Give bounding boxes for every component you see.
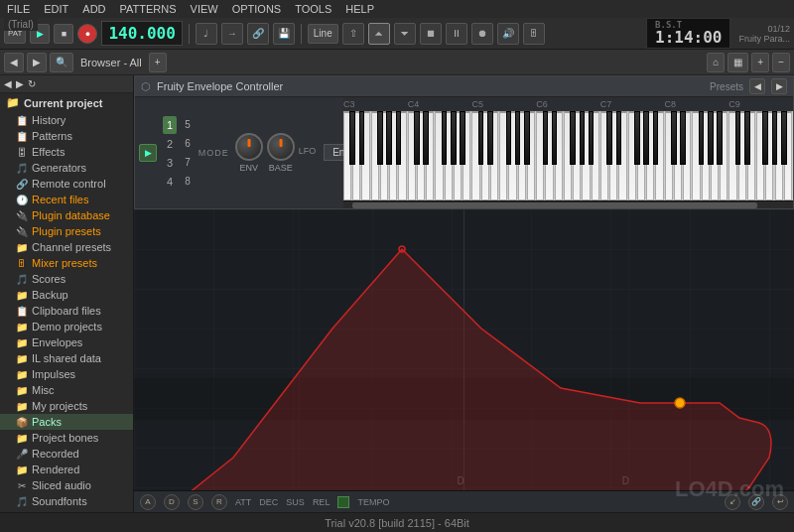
- black-key[interactable]: [699, 111, 705, 165]
- sidebar-section-current-project[interactable]: 📁 Current project: [0, 93, 133, 112]
- play-env-button[interactable]: ▶: [139, 144, 157, 162]
- bottom-icon-1[interactable]: ↙: [725, 494, 740, 510]
- sidebar-item-soundfonts[interactable]: 🎵 Soundfonts: [0, 493, 133, 509]
- sidebar-item-channel-presets[interactable]: 📁 Channel presets: [0, 239, 133, 255]
- black-key[interactable]: [735, 111, 741, 165]
- toolbar-icon-10[interactable]: ⏺: [471, 23, 493, 45]
- envelope-editor[interactable]: D D: [134, 209, 794, 490]
- black-key[interactable]: [359, 111, 365, 165]
- sidebar-fwd[interactable]: ▶: [16, 78, 24, 89]
- black-key[interactable]: [744, 111, 750, 165]
- black-key[interactable]: [781, 111, 787, 165]
- sidebar-item-sliced-audio[interactable]: ✂ Sliced audio: [0, 477, 133, 493]
- black-key[interactable]: [580, 111, 586, 165]
- black-key[interactable]: [634, 111, 640, 165]
- black-key[interactable]: [680, 111, 686, 165]
- menu-options[interactable]: OPTIONS: [229, 3, 285, 15]
- sidebar-item-mixer-presets[interactable]: 🎚 Mixer presets: [0, 255, 133, 271]
- menu-view[interactable]: VIEW: [188, 3, 221, 15]
- menu-file[interactable]: FILE: [4, 3, 33, 15]
- menu-patterns[interactable]: PATTERNS: [117, 3, 180, 15]
- sidebar-item-packs[interactable]: 📦 Packs: [0, 414, 133, 430]
- black-key[interactable]: [616, 111, 622, 165]
- black-key[interactable]: [478, 111, 484, 165]
- black-key[interactable]: [506, 111, 512, 165]
- toolbar-icon-3[interactable]: 🔗: [247, 23, 269, 45]
- step-2[interactable]: 2: [163, 135, 177, 153]
- sidebar-item-plugin-presets[interactable]: 🔌 Plugin presets: [0, 223, 133, 239]
- toolbar-icon-7[interactable]: ⏷: [394, 23, 416, 45]
- black-key[interactable]: [460, 111, 465, 165]
- dec-btn[interactable]: D: [164, 494, 180, 510]
- sidebar-item-misc[interactable]: 📁 Misc: [0, 382, 133, 398]
- menu-add[interactable]: ADD: [79, 3, 108, 15]
- grid-btn[interactable]: ▦: [728, 53, 748, 72]
- black-key[interactable]: [589, 111, 595, 165]
- browser-add-btn[interactable]: +: [149, 53, 167, 72]
- black-key[interactable]: [717, 111, 723, 165]
- zoom-in[interactable]: +: [751, 53, 769, 72]
- sidebar-item-effects[interactable]: 🎛 Effects: [0, 144, 133, 160]
- sidebar-item-remote-control[interactable]: 🔗 Remote control: [0, 176, 133, 192]
- nav-fwd[interactable]: ▶: [27, 53, 47, 72]
- bottom-icon-2[interactable]: 🔗: [748, 494, 764, 510]
- menu-tools[interactable]: TOOLS: [292, 3, 334, 15]
- sidebar-item-history[interactable]: 📋 History: [0, 112, 133, 128]
- sidebar-item-patterns[interactable]: 📋 Patterns: [0, 128, 133, 144]
- att-btn[interactable]: A: [140, 494, 156, 510]
- black-key[interactable]: [643, 111, 649, 165]
- sidebar-item-rendered[interactable]: 📁 Rendered: [0, 462, 133, 477]
- sidebar-back[interactable]: ◀: [4, 78, 12, 89]
- sidebar-item-envelopes[interactable]: 📁 Envelopes: [0, 334, 133, 350]
- black-key[interactable]: [487, 111, 493, 165]
- step-4[interactable]: 4: [163, 173, 177, 191]
- bpm-display[interactable]: 140.000: [101, 21, 182, 46]
- black-key[interactable]: [386, 111, 392, 165]
- sidebar-item-speech[interactable]: 🔊 Speech: [0, 509, 133, 512]
- black-key[interactable]: [606, 111, 612, 165]
- black-key[interactable]: [524, 111, 530, 165]
- rel-btn[interactable]: R: [211, 494, 227, 510]
- presets-next[interactable]: ▶: [771, 78, 787, 94]
- toolbar-icon-5[interactable]: ⇧: [342, 23, 364, 45]
- sidebar-item-recent-files[interactable]: 🕐 Recent files: [0, 192, 133, 207]
- black-key[interactable]: [442, 111, 448, 165]
- black-key[interactable]: [451, 111, 457, 165]
- presets-prev[interactable]: ◀: [749, 78, 765, 94]
- black-key[interactable]: [423, 111, 429, 165]
- black-key[interactable]: [570, 111, 576, 165]
- toolbar-icon-4[interactable]: 💾: [273, 23, 295, 45]
- black-key[interactable]: [543, 111, 549, 165]
- sidebar-item-scores[interactable]: 🎵 Scores: [0, 271, 133, 287]
- bottom-icon-3[interactable]: ↩: [772, 494, 788, 510]
- sidebar-item-clipboard[interactable]: 📋 Clipboard files: [0, 303, 133, 319]
- sus-btn[interactable]: S: [188, 494, 203, 510]
- line-mode-btn[interactable]: Line: [308, 24, 338, 44]
- piano-keys[interactable]: [343, 111, 793, 200]
- sidebar-item-project-bones[interactable]: 📁 Project bones: [0, 430, 133, 446]
- sidebar-item-il-shared[interactable]: 📁 IL shared data: [0, 350, 133, 366]
- sidebar-item-impulses[interactable]: 📁 Impulses: [0, 366, 133, 382]
- sidebar-item-demo-projects[interactable]: 📁 Demo projects: [0, 319, 133, 334]
- stop-button[interactable]: ■: [54, 24, 73, 44]
- sidebar-item-my-projects[interactable]: 📁 My projects: [0, 398, 133, 414]
- black-key[interactable]: [414, 111, 420, 165]
- step-1[interactable]: 1: [163, 116, 177, 134]
- toolbar-icon-1[interactable]: ♩: [196, 23, 217, 45]
- toolbar-icon-2[interactable]: →: [221, 23, 243, 45]
- black-key[interactable]: [349, 111, 355, 165]
- black-key[interactable]: [396, 111, 402, 165]
- menu-help[interactable]: HELP: [342, 3, 377, 15]
- zoom-out[interactable]: −: [772, 53, 790, 72]
- black-key[interactable]: [671, 111, 677, 165]
- black-key[interactable]: [708, 111, 714, 165]
- base-knob[interactable]: [267, 133, 295, 161]
- sidebar-refresh[interactable]: ↻: [28, 78, 36, 89]
- toolbar-icon-6[interactable]: ⏶: [368, 23, 390, 45]
- toolbar-icon-12[interactable]: 🎚: [523, 23, 545, 45]
- browser-search-icon[interactable]: 🔍: [50, 53, 73, 72]
- toolbar-icon-9[interactable]: ⏸: [446, 23, 467, 45]
- tempo-checkbox[interactable]: [337, 496, 349, 508]
- black-key[interactable]: [653, 111, 659, 165]
- sidebar-item-backup[interactable]: 📁 Backup: [0, 287, 133, 303]
